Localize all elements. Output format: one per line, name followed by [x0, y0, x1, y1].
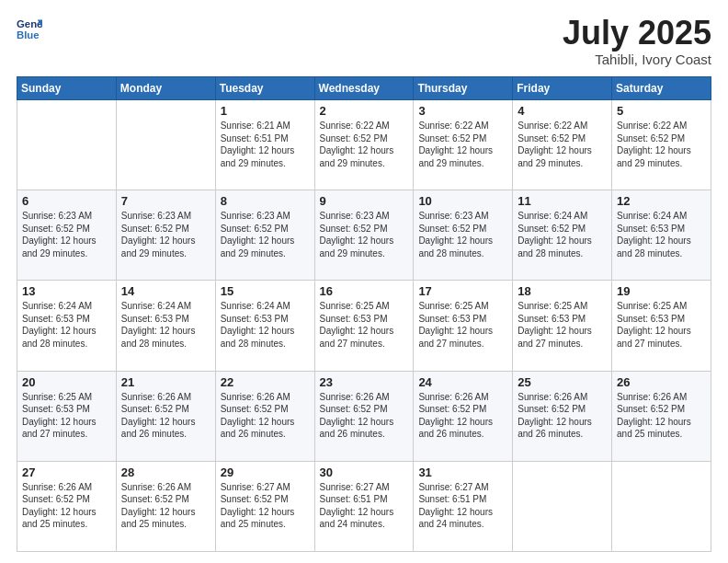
day-number: 9: [320, 194, 409, 208]
sunrise-text: Sunrise: 6:25 AM: [22, 392, 92, 402]
table-row: [116, 100, 215, 190]
day-number: 26: [617, 375, 706, 389]
daylight-text: Daylight: 12 hours and 25 minutes.: [22, 507, 97, 530]
daylight-text: Daylight: 12 hours and 28 minutes.: [518, 236, 592, 259]
table-row: 18 Sunrise: 6:25 AM Sunset: 6:53 PM Dayl…: [513, 281, 612, 371]
cell-info: Sunrise: 6:25 AM Sunset: 6:53 PM Dayligh…: [617, 300, 706, 350]
sunrise-text: Sunrise: 6:23 AM: [22, 211, 92, 221]
day-number: 16: [320, 284, 409, 298]
table-row: [17, 100, 117, 190]
day-number: 5: [617, 104, 706, 118]
cell-info: Sunrise: 6:22 AM Sunset: 6:52 PM Dayligh…: [418, 120, 507, 169]
sunset-text: Sunset: 6:52 PM: [22, 494, 90, 504]
day-number: 12: [617, 194, 706, 208]
day-number: 21: [121, 375, 210, 389]
sunset-text: Sunset: 6:53 PM: [617, 224, 685, 234]
cell-info: Sunrise: 6:26 AM Sunset: 6:52 PM Dayligh…: [518, 391, 607, 441]
cell-info: Sunrise: 6:24 AM Sunset: 6:53 PM Dayligh…: [221, 300, 310, 350]
cell-info: Sunrise: 6:22 AM Sunset: 6:52 PM Dayligh…: [518, 120, 607, 169]
daylight-text: Daylight: 12 hours and 25 minutes.: [617, 417, 691, 440]
daylight-text: Daylight: 12 hours and 26 minutes.: [121, 417, 196, 440]
cell-info: Sunrise: 6:27 AM Sunset: 6:51 PM Dayligh…: [418, 481, 507, 531]
cell-info: Sunrise: 6:26 AM Sunset: 6:52 PM Dayligh…: [418, 391, 507, 441]
sunrise-text: Sunrise: 6:23 AM: [320, 211, 390, 221]
daylight-text: Daylight: 12 hours and 27 minutes.: [22, 417, 97, 440]
page: General Blue July 2025 Tahibli, Ivory Co…: [0, 0, 728, 563]
sunset-text: Sunset: 6:52 PM: [418, 224, 486, 234]
cell-info: Sunrise: 6:22 AM Sunset: 6:52 PM Dayligh…: [617, 120, 706, 169]
sunset-text: Sunset: 6:53 PM: [418, 314, 486, 324]
daylight-text: Daylight: 12 hours and 24 minutes.: [320, 507, 394, 530]
table-row: 16 Sunrise: 6:25 AM Sunset: 6:53 PM Dayl…: [314, 281, 414, 371]
cell-info: Sunrise: 6:21 AM Sunset: 6:51 PM Dayligh…: [221, 120, 310, 169]
sunrise-text: Sunrise: 6:21 AM: [221, 121, 290, 131]
daylight-text: Daylight: 12 hours and 28 minutes.: [617, 236, 691, 259]
sunset-text: Sunset: 6:52 PM: [121, 224, 189, 234]
sunrise-text: Sunrise: 6:25 AM: [320, 301, 390, 311]
daylight-text: Daylight: 12 hours and 29 minutes.: [221, 145, 295, 168]
sunrise-text: Sunrise: 6:26 AM: [418, 392, 488, 402]
col-sunday: Sunday: [17, 77, 117, 100]
cell-info: Sunrise: 6:26 AM Sunset: 6:52 PM Dayligh…: [320, 391, 409, 441]
day-number: 2: [320, 104, 409, 118]
sunset-text: Sunset: 6:53 PM: [518, 314, 586, 324]
sunrise-text: Sunrise: 6:24 AM: [221, 301, 290, 311]
cell-info: Sunrise: 6:26 AM Sunset: 6:52 PM Dayligh…: [221, 391, 310, 441]
cell-info: Sunrise: 6:25 AM Sunset: 6:53 PM Dayligh…: [418, 300, 507, 350]
sunrise-text: Sunrise: 6:23 AM: [121, 211, 191, 221]
cell-info: Sunrise: 6:24 AM Sunset: 6:53 PM Dayligh…: [121, 300, 210, 350]
day-number: 28: [121, 465, 210, 479]
cell-info: Sunrise: 6:23 AM Sunset: 6:52 PM Dayligh…: [22, 210, 111, 259]
daylight-text: Daylight: 12 hours and 26 minutes.: [221, 417, 295, 440]
sunrise-text: Sunrise: 6:26 AM: [221, 392, 290, 402]
table-row: 1 Sunrise: 6:21 AM Sunset: 6:51 PM Dayli…: [215, 100, 314, 190]
cell-info: Sunrise: 6:22 AM Sunset: 6:52 PM Dayligh…: [320, 120, 409, 169]
sunrise-text: Sunrise: 6:24 AM: [617, 211, 687, 221]
sunrise-text: Sunrise: 6:26 AM: [617, 392, 687, 402]
sunrise-text: Sunrise: 6:27 AM: [221, 482, 290, 492]
sunrise-text: Sunrise: 6:24 AM: [22, 301, 92, 311]
day-number: 11: [518, 194, 607, 208]
cell-info: Sunrise: 6:25 AM Sunset: 6:53 PM Dayligh…: [320, 300, 409, 350]
sunset-text: Sunset: 6:51 PM: [221, 133, 289, 144]
table-row: 19 Sunrise: 6:25 AM Sunset: 6:53 PM Dayl…: [612, 281, 711, 371]
sunset-text: Sunset: 6:53 PM: [22, 404, 90, 414]
cell-info: Sunrise: 6:24 AM Sunset: 6:53 PM Dayligh…: [22, 300, 111, 350]
header: General Blue July 2025 Tahibli, Ivory Co…: [17, 17, 711, 67]
daylight-text: Daylight: 12 hours and 29 minutes.: [418, 145, 493, 168]
sunset-text: Sunset: 6:52 PM: [121, 494, 189, 504]
sunrise-text: Sunrise: 6:24 AM: [121, 301, 191, 311]
table-row: 11 Sunrise: 6:24 AM Sunset: 6:52 PM Dayl…: [513, 190, 612, 281]
sunrise-text: Sunrise: 6:25 AM: [418, 301, 488, 311]
table-row: 29 Sunrise: 6:27 AM Sunset: 6:52 PM Dayl…: [215, 461, 314, 551]
day-number: 25: [518, 375, 607, 389]
sunset-text: Sunset: 6:52 PM: [320, 224, 388, 234]
table-row: 8 Sunrise: 6:23 AM Sunset: 6:52 PM Dayli…: [215, 190, 314, 281]
daylight-text: Daylight: 12 hours and 29 minutes.: [121, 236, 196, 259]
daylight-text: Daylight: 12 hours and 29 minutes.: [22, 236, 97, 259]
sunrise-text: Sunrise: 6:24 AM: [518, 211, 587, 221]
cell-info: Sunrise: 6:23 AM Sunset: 6:52 PM Dayligh…: [121, 210, 210, 259]
table-row: 22 Sunrise: 6:26 AM Sunset: 6:52 PM Dayl…: [215, 371, 314, 461]
sunrise-text: Sunrise: 6:23 AM: [418, 211, 488, 221]
daylight-text: Daylight: 12 hours and 29 minutes.: [617, 145, 691, 168]
cell-info: Sunrise: 6:27 AM Sunset: 6:51 PM Dayligh…: [320, 481, 409, 531]
table-row: 13 Sunrise: 6:24 AM Sunset: 6:53 PM Dayl…: [17, 281, 117, 371]
cell-info: Sunrise: 6:23 AM Sunset: 6:52 PM Dayligh…: [320, 210, 409, 259]
sunrise-text: Sunrise: 6:27 AM: [320, 482, 390, 492]
sunrise-text: Sunrise: 6:22 AM: [518, 121, 587, 131]
table-row: 6 Sunrise: 6:23 AM Sunset: 6:52 PM Dayli…: [17, 190, 117, 281]
sunset-text: Sunset: 6:52 PM: [121, 404, 189, 414]
sunrise-text: Sunrise: 6:26 AM: [320, 392, 390, 402]
day-number: 4: [518, 104, 607, 118]
table-row: 20 Sunrise: 6:25 AM Sunset: 6:53 PM Dayl…: [17, 371, 117, 461]
title-block: July 2025 Tahibli, Ivory Coast: [563, 17, 711, 67]
day-number: 15: [221, 284, 310, 298]
svg-text:Blue: Blue: [17, 29, 40, 40]
logo: General Blue: [17, 17, 42, 42]
day-number: 23: [320, 375, 409, 389]
table-row: [513, 461, 612, 551]
subtitle: Tahibli, Ivory Coast: [563, 52, 711, 67]
day-number: 30: [320, 465, 409, 479]
daylight-text: Daylight: 12 hours and 26 minutes.: [418, 417, 493, 440]
